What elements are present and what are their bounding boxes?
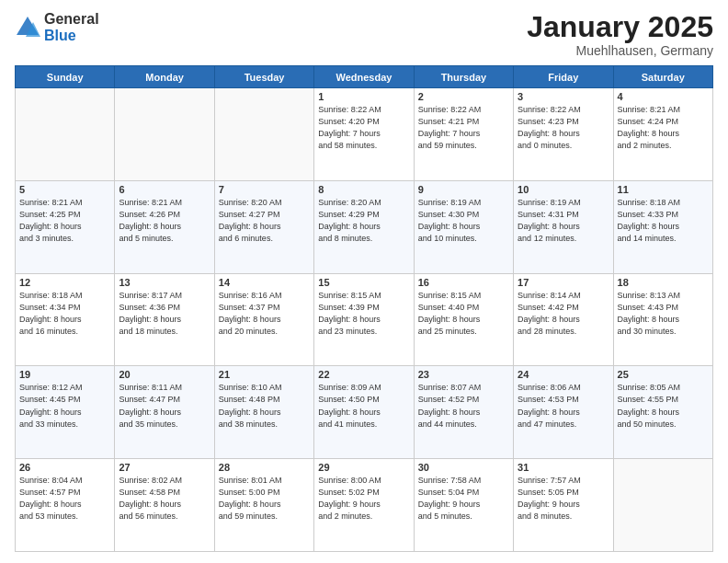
day-info: Sunrise: 8:06 AM Sunset: 4:53 PM Dayligh… — [518, 382, 609, 430]
calendar-cell — [214, 88, 313, 181]
logo-general: General — [44, 11, 99, 28]
day-number: 3 — [518, 91, 609, 102]
logo-icon — [15, 15, 40, 40]
calendar-cell — [613, 459, 712, 552]
calendar-week-3: 12Sunrise: 8:18 AM Sunset: 4:34 PM Dayli… — [16, 273, 713, 366]
col-saturday: Saturday — [613, 66, 712, 88]
day-number: 22 — [318, 369, 409, 380]
col-monday: Monday — [115, 66, 214, 88]
day-info: Sunrise: 8:15 AM Sunset: 4:39 PM Dayligh… — [318, 290, 409, 338]
day-number: 17 — [518, 277, 609, 288]
calendar-week-4: 19Sunrise: 8:12 AM Sunset: 4:45 PM Dayli… — [16, 366, 713, 459]
day-number: 23 — [418, 369, 509, 380]
day-number: 1 — [318, 91, 409, 102]
calendar-cell: 30Sunrise: 7:58 AM Sunset: 5:04 PM Dayli… — [414, 459, 513, 552]
day-info: Sunrise: 8:18 AM Sunset: 4:34 PM Dayligh… — [19, 290, 110, 338]
calendar-cell: 10Sunrise: 8:19 AM Sunset: 4:31 PM Dayli… — [514, 180, 613, 273]
day-number: 24 — [518, 369, 609, 380]
calendar-cell: 11Sunrise: 8:18 AM Sunset: 4:33 PM Dayli… — [613, 180, 712, 273]
day-info: Sunrise: 7:58 AM Sunset: 5:04 PM Dayligh… — [418, 475, 509, 523]
day-number: 18 — [618, 277, 709, 288]
calendar-cell: 5Sunrise: 8:21 AM Sunset: 4:25 PM Daylig… — [16, 180, 115, 273]
day-number: 26 — [19, 462, 110, 473]
col-thursday: Thursday — [414, 66, 513, 88]
calendar-cell — [115, 88, 214, 181]
day-number: 8 — [318, 184, 409, 195]
day-number: 20 — [119, 369, 210, 380]
calendar-cell: 19Sunrise: 8:12 AM Sunset: 4:45 PM Dayli… — [16, 366, 115, 459]
calendar-cell: 8Sunrise: 8:20 AM Sunset: 4:29 PM Daylig… — [314, 180, 414, 273]
day-info: Sunrise: 8:20 AM Sunset: 4:29 PM Dayligh… — [318, 197, 409, 245]
day-number: 13 — [119, 277, 210, 288]
day-info: Sunrise: 8:00 AM Sunset: 5:02 PM Dayligh… — [318, 475, 409, 523]
day-number: 11 — [618, 184, 709, 195]
calendar-cell: 12Sunrise: 8:18 AM Sunset: 4:34 PM Dayli… — [16, 273, 115, 366]
col-friday: Friday — [514, 66, 613, 88]
day-info: Sunrise: 8:18 AM Sunset: 4:33 PM Dayligh… — [618, 197, 709, 245]
day-number: 10 — [518, 184, 609, 195]
day-number: 28 — [219, 462, 310, 473]
day-info: Sunrise: 8:22 AM Sunset: 4:20 PM Dayligh… — [318, 104, 409, 152]
day-info: Sunrise: 8:22 AM Sunset: 4:21 PM Dayligh… — [418, 104, 509, 152]
calendar-cell: 14Sunrise: 8:16 AM Sunset: 4:37 PM Dayli… — [214, 273, 313, 366]
col-wednesday: Wednesday — [314, 66, 414, 88]
calendar-cell: 6Sunrise: 8:21 AM Sunset: 4:26 PM Daylig… — [115, 180, 214, 273]
calendar-cell: 9Sunrise: 8:19 AM Sunset: 4:30 PM Daylig… — [414, 180, 513, 273]
day-number: 31 — [518, 462, 609, 473]
day-number: 27 — [119, 462, 210, 473]
calendar-cell: 15Sunrise: 8:15 AM Sunset: 4:39 PM Dayli… — [314, 273, 414, 366]
calendar-cell: 23Sunrise: 8:07 AM Sunset: 4:52 PM Dayli… — [414, 366, 513, 459]
day-info: Sunrise: 8:20 AM Sunset: 4:27 PM Dayligh… — [219, 197, 310, 245]
col-tuesday: Tuesday — [214, 66, 313, 88]
calendar-cell: 28Sunrise: 8:01 AM Sunset: 5:00 PM Dayli… — [214, 459, 313, 552]
day-number: 30 — [418, 462, 509, 473]
day-number: 6 — [119, 184, 210, 195]
day-info: Sunrise: 8:15 AM Sunset: 4:40 PM Dayligh… — [418, 290, 509, 338]
day-info: Sunrise: 8:01 AM Sunset: 5:00 PM Dayligh… — [219, 475, 310, 523]
calendar-cell: 3Sunrise: 8:22 AM Sunset: 4:23 PM Daylig… — [514, 88, 613, 181]
day-number: 9 — [418, 184, 509, 195]
logo-blue: Blue — [44, 28, 99, 44]
calendar-cell: 31Sunrise: 7:57 AM Sunset: 5:05 PM Dayli… — [514, 459, 613, 552]
day-info: Sunrise: 8:19 AM Sunset: 4:31 PM Dayligh… — [518, 197, 609, 245]
calendar-cell: 17Sunrise: 8:14 AM Sunset: 4:42 PM Dayli… — [514, 273, 613, 366]
day-info: Sunrise: 8:07 AM Sunset: 4:52 PM Dayligh… — [418, 382, 509, 430]
day-info: Sunrise: 8:14 AM Sunset: 4:42 PM Dayligh… — [518, 290, 609, 338]
day-info: Sunrise: 8:21 AM Sunset: 4:25 PM Dayligh… — [19, 197, 110, 245]
calendar-header-row: Sunday Monday Tuesday Wednesday Thursday… — [16, 66, 713, 88]
title-block: January 2025 Muehlhausen, Germany — [527, 11, 713, 58]
day-number: 7 — [219, 184, 310, 195]
calendar-cell: 20Sunrise: 8:11 AM Sunset: 4:47 PM Dayli… — [115, 366, 214, 459]
day-info: Sunrise: 8:12 AM Sunset: 4:45 PM Dayligh… — [19, 382, 110, 430]
calendar-cell: 26Sunrise: 8:04 AM Sunset: 4:57 PM Dayli… — [16, 459, 115, 552]
day-info: Sunrise: 8:21 AM Sunset: 4:24 PM Dayligh… — [618, 104, 709, 152]
day-number: 2 — [418, 91, 509, 102]
day-info: Sunrise: 8:09 AM Sunset: 4:50 PM Dayligh… — [318, 382, 409, 430]
calendar-cell: 21Sunrise: 8:10 AM Sunset: 4:48 PM Dayli… — [214, 366, 313, 459]
day-number: 19 — [19, 369, 110, 380]
calendar-cell: 18Sunrise: 8:13 AM Sunset: 4:43 PM Dayli… — [613, 273, 712, 366]
calendar-cell: 16Sunrise: 8:15 AM Sunset: 4:40 PM Dayli… — [414, 273, 513, 366]
day-info: Sunrise: 8:02 AM Sunset: 4:58 PM Dayligh… — [119, 475, 210, 523]
calendar-cell: 4Sunrise: 8:21 AM Sunset: 4:24 PM Daylig… — [613, 88, 712, 181]
logo-text: General Blue — [44, 11, 99, 43]
title-month: January 2025 — [527, 11, 713, 43]
col-sunday: Sunday — [16, 66, 115, 88]
logo: General Blue — [15, 11, 99, 43]
day-number: 15 — [318, 277, 409, 288]
calendar-cell: 22Sunrise: 8:09 AM Sunset: 4:50 PM Dayli… — [314, 366, 414, 459]
day-info: Sunrise: 8:13 AM Sunset: 4:43 PM Dayligh… — [618, 290, 709, 338]
calendar-cell: 24Sunrise: 8:06 AM Sunset: 4:53 PM Dayli… — [514, 366, 613, 459]
day-info: Sunrise: 8:05 AM Sunset: 4:55 PM Dayligh… — [618, 382, 709, 430]
header: General Blue January 2025 Muehlhausen, G… — [15, 11, 713, 58]
day-number: 16 — [418, 277, 509, 288]
calendar-cell: 25Sunrise: 8:05 AM Sunset: 4:55 PM Dayli… — [613, 366, 712, 459]
day-number: 4 — [618, 91, 709, 102]
calendar-cell: 13Sunrise: 8:17 AM Sunset: 4:36 PM Dayli… — [115, 273, 214, 366]
day-number: 14 — [219, 277, 310, 288]
calendar-week-5: 26Sunrise: 8:04 AM Sunset: 4:57 PM Dayli… — [16, 459, 713, 552]
day-info: Sunrise: 8:22 AM Sunset: 4:23 PM Dayligh… — [518, 104, 609, 152]
day-number: 25 — [618, 369, 709, 380]
day-info: Sunrise: 8:16 AM Sunset: 4:37 PM Dayligh… — [219, 290, 310, 338]
calendar-week-1: 1Sunrise: 8:22 AM Sunset: 4:20 PM Daylig… — [16, 88, 713, 181]
